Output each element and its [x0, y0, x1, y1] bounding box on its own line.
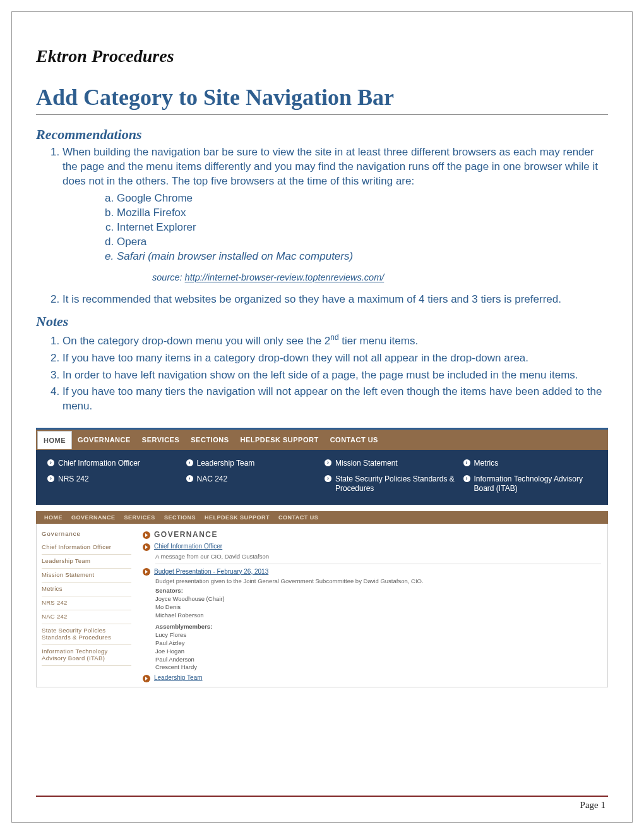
- mega-nrs242-label: NRS 242: [58, 474, 89, 484]
- source-link[interactable]: http://internet-browser-review.toptenrev…: [185, 272, 385, 282]
- section-notes: Notes: [36, 313, 608, 330]
- nav-contact[interactable]: CONTACT US: [325, 430, 384, 450]
- sidenav-itab[interactable]: Information Technology Advisory Board (I…: [42, 645, 131, 666]
- sidenav: Governance Chief Information Officer Lea…: [37, 524, 136, 686]
- nav2-home[interactable]: HOME: [40, 514, 67, 521]
- content-budget-row: Budget Presentation - February 26, 2013: [143, 568, 601, 576]
- senators-label: Senators:: [155, 587, 601, 595]
- chevron-right-icon: ›: [186, 475, 193, 482]
- source-label: source:: [152, 272, 185, 282]
- mega-nac242[interactable]: ›NAC 242: [186, 474, 320, 493]
- sheet: Ektron Procedures Add Category to Site N…: [11, 11, 633, 823]
- page-number: Page 1: [580, 800, 605, 811]
- mega-mission[interactable]: ›Mission Statement: [325, 459, 458, 468]
- sidenav-nrs242[interactable]: NRS 242: [42, 596, 131, 610]
- nav-services[interactable]: SERVICES: [136, 430, 185, 450]
- content-cio-row: Chief Information Officer: [143, 543, 601, 550]
- content-heading: GOVERNANCE: [143, 530, 601, 539]
- content-area: GOVERNANCE Chief Information Officer A m…: [136, 524, 607, 686]
- note-1: On the category drop-down menu you will …: [63, 332, 608, 349]
- mega-security[interactable]: ›State Security Policies Standards & Pro…: [325, 474, 458, 493]
- doc-supertitle: Ektron Procedures: [36, 46, 608, 66]
- mega-cio[interactable]: ›Chief Information Officer: [47, 459, 181, 468]
- recommendations-list: When building the navigation bar be sure…: [63, 145, 608, 307]
- chevron-right-icon: ›: [325, 459, 331, 466]
- mega-metrics-label: Metrics: [474, 459, 499, 468]
- mega-leadership[interactable]: ›Leadership Team: [186, 459, 320, 468]
- senator-1: Joyce Woodhouse (Chair): [155, 595, 601, 603]
- senator-3: Michael Roberson: [155, 612, 601, 620]
- mega-cio-label: Chief Information Officer: [58, 459, 140, 468]
- content-leadership-row: Leadership Team: [143, 674, 601, 682]
- nav2-helpdesk[interactable]: HELPDESK SUPPORT: [200, 514, 274, 521]
- nav2-services[interactable]: SERVICES: [120, 514, 160, 521]
- browser-e: Safari (main browser installed on Mac co…: [117, 250, 608, 264]
- mega-metrics[interactable]: ›Metrics: [463, 459, 597, 468]
- leadership-link[interactable]: Leadership Team: [154, 674, 203, 681]
- nav-governance[interactable]: GOVERNANCE: [72, 430, 136, 450]
- chevron-right-icon: ›: [186, 459, 193, 466]
- sidenav-cio[interactable]: Chief Information Officer: [42, 541, 131, 555]
- cio-sub: A message from our CIO, David Gustafson: [155, 553, 601, 560]
- note-2: If you have too many items in a category…: [63, 351, 608, 366]
- doc-title: Add Category to Site Navigation Bar: [36, 84, 608, 111]
- nav-helpdesk[interactable]: HELPDESK SUPPORT: [235, 430, 325, 450]
- arrow-icon: [143, 568, 150, 576]
- sidenav-metrics[interactable]: Metrics: [42, 583, 131, 596]
- arrow-icon: [143, 531, 150, 539]
- mega-mission-label: Mission Statement: [335, 459, 398, 468]
- mega-nrs242[interactable]: ›NRS 242: [47, 474, 181, 493]
- chevron-right-icon: ›: [325, 475, 331, 482]
- sidenav-nac242[interactable]: NAC 242: [42, 610, 131, 624]
- rec-1-text: When building the navigation bar be sure…: [63, 146, 598, 187]
- nav2-sections[interactable]: SECTIONS: [160, 514, 200, 521]
- mega-menu: ›Chief Information Officer ›Leadership T…: [36, 450, 608, 505]
- assembly-5: Crescent Hardy: [155, 663, 601, 672]
- nav2-contact[interactable]: CONTACT US: [274, 514, 323, 521]
- nav2-governance[interactable]: GOVERNANCE: [67, 514, 120, 521]
- sidenav-leadership[interactable]: Leadership Team: [42, 555, 131, 569]
- assembly-3: Joe Hogan: [155, 648, 601, 656]
- chevron-right-icon: ›: [47, 475, 54, 482]
- assembly-label: Assemblymembers:: [155, 623, 601, 631]
- navbar-2: HOME GOVERNANCE SERVICES SECTIONS HELPDE…: [36, 511, 608, 524]
- sidenav-security[interactable]: State Security Policies Standards & Proc…: [42, 624, 131, 645]
- browser-d: Opera: [117, 235, 608, 250]
- arrow-icon: [143, 675, 150, 682]
- navbar-1: HOME GOVERNANCE SERVICES SECTIONS HELPDE…: [36, 428, 608, 450]
- divider: [155, 564, 601, 564]
- arrow-icon: [143, 543, 150, 551]
- browser-b: Mozilla Firefox: [117, 206, 608, 221]
- browser-a: Google Chrome: [117, 191, 608, 206]
- browser-c: Internet Explorer: [117, 221, 608, 235]
- chevron-right-icon: ›: [463, 459, 470, 466]
- note-1a: On the category drop-down menu you will …: [63, 335, 330, 347]
- sidenav-mission[interactable]: Mission Statement: [42, 569, 131, 583]
- lower-panel: Governance Chief Information Officer Lea…: [36, 524, 608, 687]
- sidenav-head: Governance: [42, 530, 131, 537]
- screenshots: HOME GOVERNANCE SERVICES SECTIONS HELPDE…: [36, 428, 608, 687]
- content-heading-text: GOVERNANCE: [154, 530, 218, 539]
- rec-2: It is recommended that websites be organ…: [63, 293, 608, 307]
- assembly-1: Lucy Flores: [155, 631, 601, 639]
- notes-list: On the category drop-down menu you will …: [63, 332, 608, 414]
- source-line: source: http://internet-browser-review.t…: [152, 272, 608, 284]
- note-1-sup: nd: [330, 333, 338, 342]
- budget-sub: Budget presentation given to the Joint G…: [155, 577, 601, 584]
- mega-itab[interactable]: ›Information Technology Advisory Board (…: [463, 474, 597, 493]
- footer-rule: [36, 795, 608, 797]
- chevron-right-icon: ›: [47, 459, 54, 466]
- nav-sections[interactable]: SECTIONS: [185, 430, 234, 450]
- title-rule: [36, 114, 608, 115]
- note-4: If you have too many tiers the navigatio…: [63, 385, 608, 414]
- mega-nac242-label: NAC 242: [197, 474, 228, 484]
- nav-home[interactable]: HOME: [37, 431, 72, 449]
- mega-itab-label: Information Technology Advisory Board (I…: [474, 474, 597, 493]
- mega-leadership-label: Leadership Team: [197, 459, 255, 468]
- cio-link[interactable]: Chief Information Officer: [154, 543, 222, 550]
- mega-security-label: State Security Policies Standards & Proc…: [335, 474, 458, 493]
- assembly-4: Paul Anderson: [155, 656, 601, 664]
- assembly-2: Paul Aizley: [155, 639, 601, 648]
- senator-2: Mo Denis: [155, 603, 601, 612]
- budget-link[interactable]: Budget Presentation - February 26, 2013: [154, 568, 268, 575]
